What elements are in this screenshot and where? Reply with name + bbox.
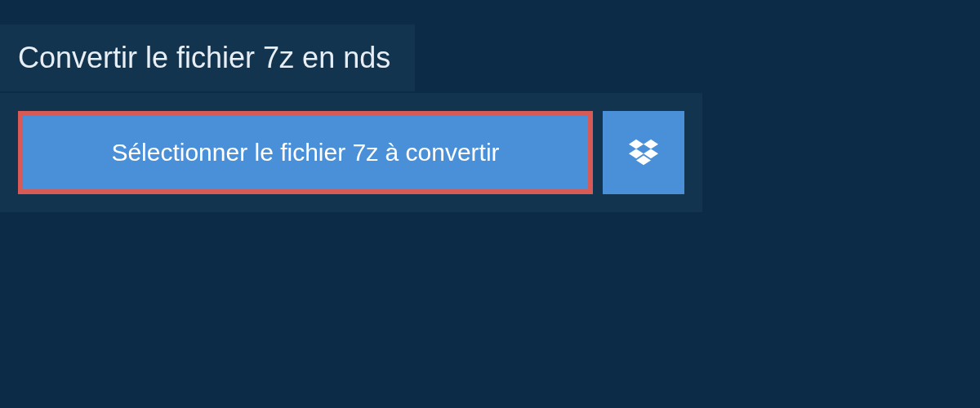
dropbox-icon <box>629 138 658 167</box>
dropbox-button[interactable] <box>603 111 684 194</box>
select-file-button-label: Sélectionner le fichier 7z à convertir <box>111 139 499 166</box>
header-tab: Convertir le fichier 7z en nds <box>0 24 415 91</box>
page-title: Convertir le fichier 7z en nds <box>18 41 390 75</box>
upload-panel: Sélectionner le fichier 7z à convertir <box>0 93 702 212</box>
select-file-button[interactable]: Sélectionner le fichier 7z à convertir <box>18 111 593 194</box>
